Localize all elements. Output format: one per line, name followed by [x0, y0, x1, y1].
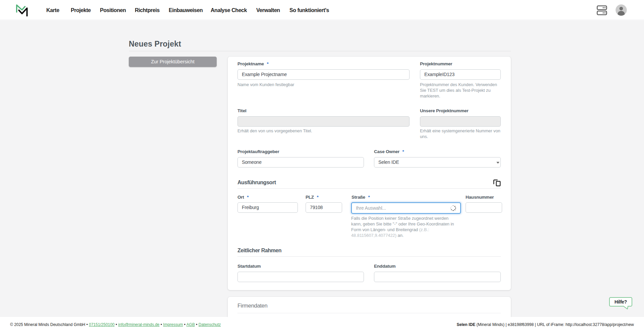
svg-text:Hilfe?: Hilfe?	[614, 299, 627, 305]
